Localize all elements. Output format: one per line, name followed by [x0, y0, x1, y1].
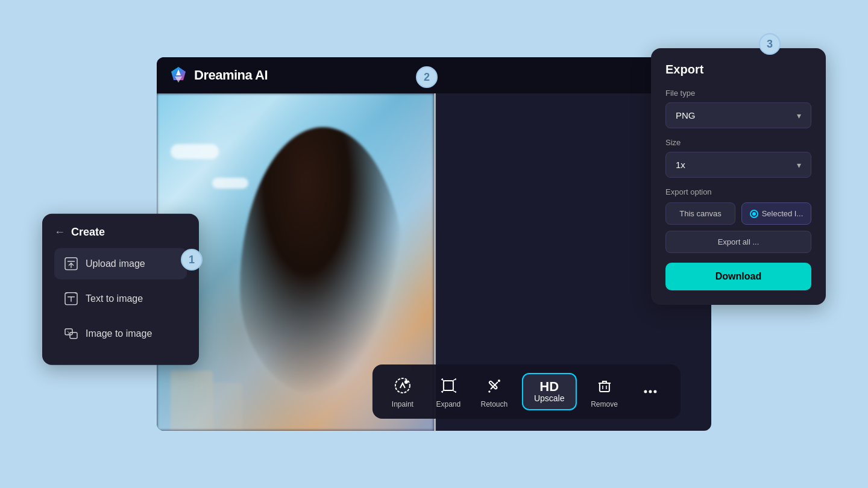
image-to-image-item[interactable]: Image to image [54, 318, 187, 349]
upload-image-icon [64, 257, 78, 271]
canvas-area: Inpaint Expand [157, 93, 711, 431]
svg-rect-6 [489, 381, 497, 389]
create-panel-title: Create [71, 226, 105, 239]
app-window: Dreamina AI [157, 57, 711, 431]
main-container: 1 2 3 [18, 15, 850, 473]
svg-point-3 [395, 378, 410, 393]
size-label: Size [665, 138, 811, 147]
back-icon[interactable]: ← [54, 226, 65, 239]
export-all-label: Export all ... [718, 237, 760, 246]
cloud-1 [171, 144, 219, 159]
size-value: 1x [676, 160, 685, 170]
this-canvas-option[interactable]: This canvas [665, 202, 735, 225]
selected-radio [750, 210, 758, 218]
more-button[interactable] [632, 381, 668, 402]
size-arrow: ▾ [797, 160, 801, 170]
svg-point-9 [644, 390, 647, 393]
download-label: Download [715, 271, 761, 281]
svg-rect-5 [444, 381, 453, 390]
hd-text: HD [539, 380, 559, 393]
dreamina-logo-icon [169, 66, 188, 85]
create-panel: ← Create Upload image [42, 214, 199, 365]
text-to-image-icon [64, 292, 78, 306]
remove-icon [593, 375, 615, 396]
file-type-select[interactable]: PNG ▾ [665, 102, 811, 128]
hd-upscale-button[interactable]: HD Upscale [522, 373, 577, 410]
export-all-button[interactable]: Export all ... [665, 231, 811, 253]
inpaint-label: Inpaint [392, 400, 414, 408]
logo-container: Dreamina AI [169, 66, 268, 85]
svg-point-10 [649, 390, 652, 393]
inpaint-button[interactable]: Inpaint [385, 375, 421, 408]
retouch-label: Retouch [481, 400, 508, 408]
upload-image-label: Upload image [86, 258, 145, 269]
step-badge-1: 1 [181, 249, 203, 271]
image-to-image-icon [64, 327, 78, 341]
create-panel-header: ← Create [54, 226, 187, 239]
selected-option[interactable]: Selected I... [741, 202, 811, 225]
building-left-1 [171, 371, 213, 431]
remove-label: Remove [591, 400, 618, 408]
retouch-button[interactable]: Retouch [476, 375, 512, 408]
step-badge-2: 2 [416, 66, 438, 88]
expand-button[interactable]: Expand [430, 375, 467, 408]
file-type-arrow: ▾ [797, 111, 801, 120]
download-button[interactable]: Download [665, 263, 811, 290]
text-to-image-label: Text to image [86, 293, 143, 304]
building-left-2 [212, 383, 242, 431]
svg-point-7 [498, 380, 500, 382]
export-option-label: Export option [665, 187, 811, 196]
size-select[interactable]: 1x ▾ [665, 152, 811, 178]
image-to-image-label: Image to image [86, 328, 152, 339]
selected-label: Selected I... [762, 209, 804, 218]
remove-button[interactable]: Remove [586, 375, 622, 408]
silhouette [240, 127, 406, 397]
retouch-icon [483, 375, 505, 396]
expand-label: Expand [436, 400, 461, 408]
export-panel: Export File type PNG ▾ Size 1x ▾ Export … [651, 48, 826, 305]
svg-point-11 [653, 390, 656, 393]
export-title: Export [665, 63, 811, 77]
expand-icon [438, 375, 459, 396]
upscale-text: Upscale [534, 393, 565, 403]
text-to-image-item[interactable]: Text to image [54, 283, 187, 314]
more-icon [639, 381, 661, 402]
file-type-value: PNG [676, 110, 696, 120]
svg-rect-8 [599, 383, 609, 392]
upload-image-item[interactable]: Upload image [54, 248, 187, 280]
bottom-toolbar: Inpaint Expand [373, 364, 681, 419]
cloud-2 [212, 178, 248, 189]
file-type-label: File type [665, 89, 811, 98]
step-badge-3: 3 [759, 33, 781, 55]
app-name: Dreamina AI [194, 67, 268, 83]
svg-rect-15 [70, 333, 77, 339]
this-canvas-label: This canvas [679, 209, 721, 218]
export-options-row: This canvas Selected I... [665, 202, 811, 225]
inpaint-icon [392, 375, 414, 396]
